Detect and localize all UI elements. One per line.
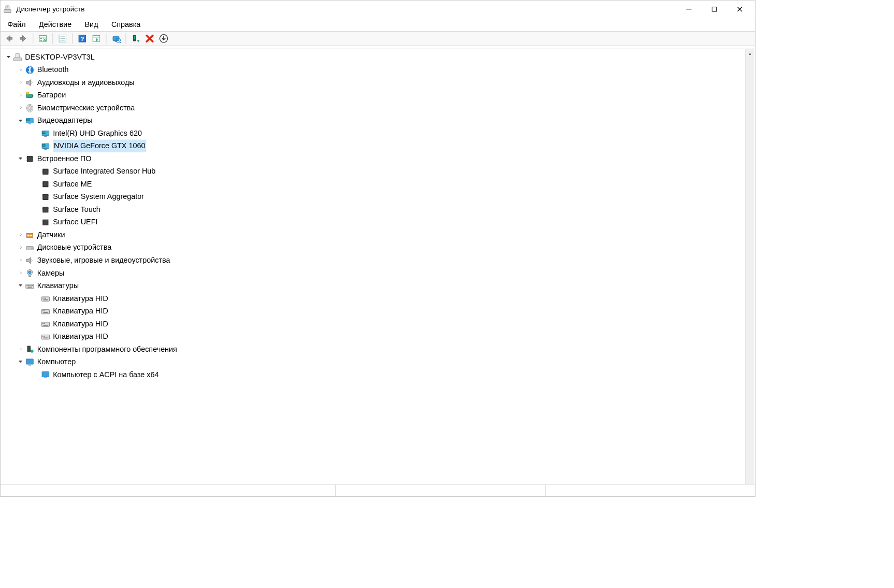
tree-item-audio-io[interactable]: › Аудиовходы и аудиовыходы — [5, 76, 744, 89]
forward-button[interactable] — [17, 33, 30, 45]
minimize-button[interactable] — [676, 1, 702, 18]
close-button[interactable] — [727, 1, 753, 18]
collapse-icon[interactable]: ⏷ — [17, 279, 25, 292]
scroll-up-icon[interactable]: ▴ — [749, 51, 751, 55]
tree-item-sensors[interactable]: › Датчики — [5, 228, 744, 241]
device-manager-window: Диспетчер устройств Файл Действие Вид Сп… — [0, 0, 755, 497]
svg-rect-96 — [41, 322, 49, 326]
tree-item-label: Surface UEFI — [53, 216, 97, 229]
tree-item-label: Клавиатуры — [37, 279, 79, 292]
svg-rect-99 — [44, 325, 48, 326]
tree-item-cameras[interactable]: › Камеры — [5, 267, 744, 280]
speaker-icon — [25, 255, 35, 265]
svg-rect-100 — [41, 335, 49, 339]
menu-help[interactable]: Справка — [110, 19, 142, 30]
show-hide-tree-button[interactable] — [37, 33, 49, 45]
tree-item-label: Дисковые устройства — [37, 241, 111, 254]
tree-item-surface-me[interactable]: Surface ME — [5, 178, 744, 191]
speaker-icon — [25, 78, 35, 88]
back-button[interactable] — [3, 33, 16, 45]
menubar: Файл Действие Вид Справка — [1, 18, 755, 31]
expand-icon[interactable]: › — [17, 241, 25, 254]
properties-button[interactable] — [56, 33, 69, 45]
tree-item-keyboard-hid-3[interactable]: Клавиатура HID — [5, 318, 744, 331]
tree-item-keyboard-hid-1[interactable]: Клавиатура HID — [5, 292, 744, 305]
tree-item-bluetooth[interactable]: › Bluetooth — [5, 64, 744, 77]
svg-rect-103 — [44, 337, 48, 338]
tree-root[interactable]: ⏷ DESKTOP-VP3VT3L — [5, 51, 744, 64]
svg-rect-91 — [44, 299, 48, 300]
device-tree[interactable]: ⏷ DESKTOP-VP3VT3L › Bluetooth › — [2, 49, 746, 484]
chip-icon — [25, 154, 35, 164]
scan-hardware-button[interactable] — [110, 33, 122, 45]
expand-icon[interactable]: › — [17, 267, 25, 280]
vertical-scrollbar[interactable]: ▴ — [745, 49, 754, 484]
tree-item-video-adapters[interactable]: ⏷ Видеоадаптеры — [5, 114, 744, 127]
tree-item-nvidia-gtx[interactable]: NVIDIA GeForce GTX 1060 — [5, 140, 744, 153]
tree-item-label: Bluetooth — [37, 64, 69, 77]
expand-icon[interactable]: › — [17, 228, 25, 241]
update-driver-button[interactable] — [157, 33, 170, 45]
svg-rect-60 — [43, 181, 48, 187]
tree-item-label: Surface System Aggregator — [53, 191, 144, 204]
tree-item-biometric[interactable]: › Биометрические устройства — [5, 102, 744, 114]
content-area: ⏷ DESKTOP-VP3VT3L › Bluetooth › — [2, 49, 754, 484]
chip-icon — [41, 205, 51, 214]
tree-item-label: Аудиовходы и аудиовыходы — [37, 76, 135, 89]
svg-rect-89 — [44, 297, 45, 298]
enable-device-button[interactable] — [129, 33, 142, 45]
tree-item-acpi-computer[interactable]: Компьютер с ACPI на базе x64 — [5, 368, 744, 381]
menu-file[interactable]: Файл — [6, 19, 27, 30]
keyboard-icon — [41, 306, 51, 316]
window-title: Диспетчер устройств — [16, 5, 84, 13]
collapse-icon[interactable]: ⏷ — [17, 152, 25, 165]
expand-icon[interactable]: › — [17, 254, 25, 267]
svg-rect-28 — [13, 58, 21, 61]
svg-rect-4 — [712, 7, 716, 11]
disk-icon — [25, 243, 35, 253]
tree-item-keyboard-hid-2[interactable]: Клавиатура HID — [5, 305, 744, 318]
svg-rect-95 — [44, 312, 48, 313]
tree-item-sound-game-video[interactable]: › Звуковые, игровые и видеоустройства — [5, 254, 744, 267]
status-cell — [1, 484, 336, 496]
svg-rect-7 — [10, 38, 12, 39]
tree-item-batteries[interactable]: › Батареи — [5, 89, 744, 102]
tree-item-keyboard-hid-4[interactable]: Клавиатура HID — [5, 330, 744, 343]
svg-point-74 — [30, 234, 32, 236]
tree-item-disks[interactable]: › Дисковые устройства — [5, 241, 744, 254]
expand-icon[interactable]: › — [17, 64, 25, 77]
action-button[interactable] — [90, 33, 103, 45]
tree-item-surface-touch[interactable]: Surface Touch — [5, 203, 744, 216]
menu-action[interactable]: Действие — [37, 19, 74, 30]
tree-item-label: Клавиатура HID — [53, 318, 108, 331]
tree-item-computer[interactable]: ⏷ Компьютер — [5, 355, 744, 368]
maximize-button[interactable] — [702, 1, 727, 18]
expand-icon[interactable]: ⏷ — [5, 51, 12, 64]
svg-rect-63 — [43, 194, 48, 199]
tree-item-software-components[interactable]: › Компоненты программного обеспечения — [5, 343, 744, 356]
svg-rect-102 — [44, 336, 45, 337]
monitor-icon — [41, 370, 51, 380]
tree-item-intel-uhd[interactable]: Intel(R) UHD Graphics 620 — [5, 127, 744, 140]
expand-icon[interactable]: › — [17, 343, 25, 356]
svg-rect-83 — [30, 285, 31, 286]
tree-item-surface-sensor-hub[interactable]: Surface Integrated Sensor Hub — [5, 165, 744, 178]
svg-point-105 — [31, 349, 34, 352]
help-button[interactable]: ? — [76, 33, 89, 45]
uninstall-device-button[interactable] — [143, 33, 156, 45]
expand-icon[interactable]: › — [17, 102, 25, 114]
tree-item-keyboards[interactable]: ⏷ Клавиатуры — [5, 279, 744, 292]
collapse-icon[interactable]: ⏷ — [17, 355, 25, 368]
software-component-icon — [25, 345, 35, 354]
svg-rect-97 — [42, 323, 44, 324]
chip-icon — [41, 218, 51, 227]
collapse-icon[interactable]: ⏷ — [17, 114, 25, 127]
expand-icon[interactable]: › — [17, 76, 25, 89]
tree-item-label: Surface Integrated Sensor Hub — [53, 165, 155, 178]
tree-item-firmware[interactable]: ⏷ Встроенное ПО — [5, 152, 744, 165]
tree-item-surface-uefi[interactable]: Surface UEFI — [5, 216, 744, 229]
menu-view[interactable]: Вид — [83, 19, 100, 30]
tree-item-surface-sys-agg[interactable]: Surface System Aggregator — [5, 191, 744, 204]
expand-icon[interactable]: › — [17, 89, 25, 102]
status-cell — [545, 484, 755, 496]
